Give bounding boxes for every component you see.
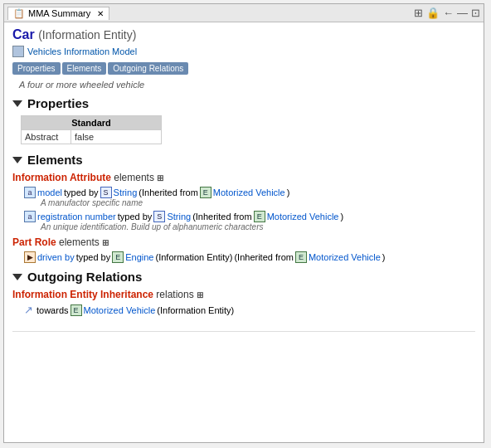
relation-towards: ↗ towards E Motorized Vehicle (Informati… — [24, 304, 475, 316]
inherit-text: Information Entity Inheritance — [12, 289, 153, 300]
outgoing-section-header: Outgoing Relations — [12, 270, 475, 284]
info-attr-text: Information Attribute — [12, 172, 111, 183]
lock-icon[interactable]: 🔒 — [426, 7, 440, 19]
attr-icon-registration: a — [24, 211, 36, 222]
driven-by-entity-type: (Information Entity) — [156, 252, 233, 262]
entity-description: A four or more wheeled vehicle — [19, 80, 475, 90]
registration-type[interactable]: String — [167, 212, 191, 222]
entity-icon-model: E — [200, 187, 211, 198]
info-attr-subsection-header: Information Attribute elements ⊞ — [12, 172, 475, 183]
typed-by-label-model: typed by — [64, 187, 99, 197]
tab-close-icon[interactable]: ✕ — [97, 9, 104, 18]
model-desc: A manufactor specific name — [41, 198, 475, 207]
entity-icon-motorized: E — [70, 304, 82, 316]
entity-icon-registration: E — [254, 211, 265, 222]
properties-title: Properties — [27, 96, 89, 110]
element-registration: a registration number typed by S String … — [24, 211, 475, 231]
title-bar: 📋 MMA Summary ✕ ⊞ 🔒 ← — ⊡ — [4, 4, 484, 22]
triangle-icon-properties — [12, 100, 22, 107]
property-value-abstract: false — [71, 130, 97, 144]
back-icon[interactable]: ← — [443, 7, 454, 19]
model-name[interactable]: model — [37, 187, 62, 197]
model-type[interactable]: String — [114, 187, 138, 197]
towards-label: towards — [36, 305, 69, 315]
window-controls: ⊞ 🔒 ← — ⊡ — [414, 7, 480, 19]
element-registration-row: a registration number typed by S String … — [24, 211, 475, 222]
properties-table-row: Abstract false — [22, 130, 161, 144]
inherit-suffix: relations — [156, 289, 197, 300]
tab-properties[interactable]: Properties — [12, 62, 61, 75]
tab-mma-summary[interactable]: 📋 MMA Summary ✕ — [7, 7, 109, 20]
registration-name[interactable]: registration number — [37, 212, 116, 222]
string-icon-registration: S — [153, 211, 165, 222]
breadcrumb-label[interactable]: Vehicles Information Model — [27, 46, 137, 56]
tab-label: MMA Summary — [28, 8, 90, 18]
bottom-divider — [12, 331, 475, 332]
entity-title: Car (Information Entity) — [12, 27, 475, 42]
property-label-abstract: Abstract — [22, 130, 71, 144]
model-inherited-from[interactable]: Motorized Vehicle — [213, 187, 285, 197]
inherited-label-model: (Inherited from — [139, 187, 198, 197]
driven-by-paren-close: ) — [382, 252, 386, 262]
outgoing-title: Outgoing Relations — [27, 270, 142, 284]
driven-by-type[interactable]: Engine — [125, 252, 153, 262]
main-window: 📋 MMA Summary ✕ ⊞ 🔒 ← — ⊡ Car (Informati… — [3, 3, 484, 443]
towards-target[interactable]: Motorized Vehicle — [84, 305, 156, 315]
driven-by-inherited-from[interactable]: Motorized Vehicle — [309, 252, 381, 262]
element-model-row: a model typed by S String (Inherited fro… — [24, 187, 475, 198]
triangle-icon-elements — [12, 157, 22, 163]
element-driven-by: ▶ driven by typed by E Engine (Informati… — [24, 251, 475, 263]
entity-name: Car — [12, 27, 35, 41]
tab-icon: 📋 — [13, 8, 25, 19]
inherit-subsection-header: Information Entity Inheritance relations… — [12, 289, 475, 300]
part-role-label: Part Role elements ⊞ — [12, 236, 109, 248]
part-role-subsection-header: Part Role elements ⊞ — [12, 236, 475, 248]
driven-by-name[interactable]: driven by — [37, 252, 75, 262]
element-model: a model typed by S String (Inherited fro… — [24, 187, 475, 207]
arrow-icon: ↗ — [24, 304, 33, 316]
properties-table: Standard Abstract false — [21, 115, 162, 144]
attr-icon-model: a — [24, 187, 36, 198]
element-driven-by-row: ▶ driven by typed by E Engine (Informati… — [24, 251, 475, 263]
string-icon-model: S — [100, 187, 112, 198]
properties-table-header: Standard — [22, 116, 161, 130]
registration-desc: An unique identification. Build up of al… — [41, 222, 475, 231]
tab-bar: Properties Elements Outgoing Relations — [12, 62, 475, 75]
entity-icon-driven-by: E — [112, 251, 124, 263]
breadcrumb-icon — [12, 46, 24, 57]
info-attr-label: Information Attribute elements ⊞ — [12, 172, 163, 183]
elements-title: Elements — [27, 153, 83, 167]
relation-towards-row: ↗ towards E Motorized Vehicle (Informati… — [24, 304, 475, 316]
part-role-text: Part Role — [12, 236, 56, 248]
elements-section-header: Elements — [12, 153, 475, 167]
inherit-label: Information Entity Inheritance relations… — [12, 289, 203, 300]
part-icon-driven-by: ▶ — [24, 251, 36, 263]
content-area: Car (Information Entity) Vehicles Inform… — [4, 22, 484, 442]
typed-by-label-driven: typed by — [76, 252, 111, 262]
registration-inherited-from[interactable]: Motorized Vehicle — [267, 212, 339, 222]
typed-by-label-reg: typed by — [118, 212, 153, 222]
grid-icon-attr[interactable]: ⊞ — [157, 173, 163, 183]
tab-elements[interactable]: Elements — [62, 62, 107, 75]
model-paren-close: ) — [287, 187, 290, 197]
grid-icon-part[interactable]: ⊞ — [102, 238, 109, 247]
triangle-icon-outgoing — [12, 274, 22, 280]
maximize-icon[interactable]: ⊡ — [471, 7, 480, 19]
info-attr-suffix: elements — [114, 172, 157, 183]
grid-icon-inherit[interactable]: ⊞ — [197, 290, 203, 299]
tab-outgoing-relations[interactable]: Outgoing Relations — [108, 62, 188, 75]
properties-section-header: Properties — [12, 96, 475, 110]
minimize-icon[interactable]: — — [457, 7, 468, 19]
inherited-label-reg: (Inherited from — [192, 212, 252, 222]
entity-type: (Information Entity) — [38, 28, 136, 41]
entity-icon-driven-inherited: E — [295, 251, 307, 263]
part-role-suffix: elements — [59, 236, 102, 248]
grid-view-icon[interactable]: ⊞ — [414, 7, 423, 19]
breadcrumb: Vehicles Information Model — [12, 46, 475, 57]
inherited-label-driven: (Inherited from — [234, 252, 294, 262]
towards-target-type: (Information Entity) — [157, 305, 234, 315]
registration-paren-close: ) — [340, 212, 343, 222]
